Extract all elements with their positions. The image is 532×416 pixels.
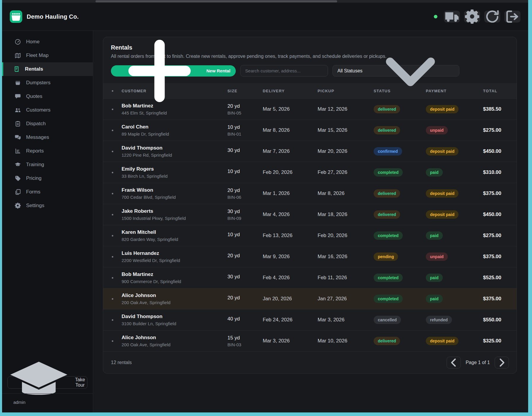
bin-id — [227, 302, 263, 303]
sidebar-item-label: Quotes — [26, 93, 42, 99]
refresh-icon — [484, 9, 500, 25]
table-row[interactable]: David Thompson 3100 Builder Ln, Springfi… — [103, 309, 517, 330]
next-page-button[interactable] — [495, 357, 509, 369]
new-rental-button[interactable]: New Rental — [111, 65, 236, 77]
total-amount: $275.00 — [483, 127, 517, 133]
table-row[interactable]: Emily Rogers 33 Birch Ln, Springfield 10… — [103, 162, 517, 183]
sidebar-item-messages[interactable]: Messages — [2, 131, 93, 144]
table-row[interactable]: Alice Johnson 200 Oak Ave, Springfield 1… — [103, 330, 517, 351]
refresh-button[interactable] — [484, 11, 500, 23]
table-row[interactable]: Karen Mitchell 820 Garden Way, Springfie… — [103, 225, 517, 246]
customer-address: 200 Oak Ave, Springfield — [122, 342, 227, 347]
map-icon — [15, 52, 21, 59]
tag-icon — [15, 175, 21, 182]
sidebar-nav: Home Fleet Map Rentals Dumpsters Quotes … — [2, 35, 93, 212]
status-indicator-dot — [434, 15, 437, 18]
row-dot-icon — [112, 151, 113, 152]
sidebar-item-label: Fleet Map — [26, 53, 49, 58]
logout-button[interactable] — [504, 11, 520, 23]
delivery-date: Mar 1, 2026 — [263, 190, 318, 196]
pickup-date: Feb 11, 2026 — [318, 275, 374, 281]
payment-badge: deposit paid — [426, 147, 458, 155]
customer-name: Alice Johnson — [122, 293, 227, 298]
bin-id — [227, 260, 263, 261]
pickup-date: Jan 27, 2026 — [318, 296, 374, 302]
payment-badge: deposit paid — [426, 105, 458, 113]
total-amount: $385.50 — [483, 106, 517, 112]
delivery-date: Feb 4, 2026 — [263, 275, 318, 281]
total-amount: $525.00 — [483, 275, 517, 281]
delivery-date: Mar 9, 2026 — [263, 254, 318, 260]
row-dot-icon — [112, 319, 113, 321]
rentals-card: Rentals All rental orders from start to … — [103, 37, 517, 374]
delivery-date: Feb 13, 2026 — [263, 233, 318, 239]
table-row[interactable]: Luis Hernandez 2200 Westfield Dr, Spring… — [103, 246, 517, 267]
table-row[interactable]: Jake Roberts 1500 Industrial Pkwy, Sprin… — [103, 204, 517, 225]
delivery-date: Jan 20, 2026 — [263, 296, 318, 302]
column-header: CUSTOMER — [122, 89, 227, 93]
status-badge: delivered — [374, 105, 400, 113]
table-row[interactable]: Carol Chen 89 Maple Dr, Springfield 10 y… — [103, 120, 517, 141]
total-amount: $275.00 — [483, 233, 517, 239]
size-value: 15 yd — [227, 335, 263, 341]
search-input[interactable] — [240, 65, 328, 77]
fleet-button[interactable] — [444, 11, 460, 23]
sidebar-item-dispatch[interactable]: Dispatch — [2, 117, 93, 131]
size-value: 10 yd — [227, 124, 263, 130]
sidebar-item-rentals[interactable]: Rentals — [2, 62, 93, 76]
bin-id: BIN-05 — [227, 110, 263, 115]
pickup-date: Mar 18, 2026 — [318, 212, 374, 217]
customer-address: 820 Garden Way, Springfield — [122, 237, 227, 242]
page-indicator: Page 1 of 1 — [466, 360, 490, 365]
payment-badge: paid — [426, 295, 443, 303]
customer-name: Jake Roberts — [122, 208, 227, 214]
sidebar-item-training[interactable]: Training — [2, 158, 93, 172]
customer-name: Alice Johnson — [122, 335, 227, 341]
status-filter-select[interactable]: All Statuses — [332, 65, 459, 77]
take-tour-button[interactable]: Take Tour — [7, 376, 87, 389]
delivery-date: Mar 7, 2026 — [263, 148, 318, 154]
table-row[interactable]: Bob Martinez 900 Commerce Dr, Springfiel… — [103, 267, 517, 288]
size-value: 30 yd — [227, 274, 263, 280]
bin-id — [227, 176, 263, 176]
dumpster-icon — [15, 80, 21, 86]
payment-badge: deposit paid — [426, 210, 458, 219]
status-badge: completed — [374, 231, 403, 240]
payment-badge: unpaid — [426, 126, 448, 134]
row-dot-icon — [112, 130, 113, 131]
bin-id — [227, 239, 263, 239]
sidebar-item-fleet-map[interactable]: Fleet Map — [2, 49, 93, 62]
status-badge: delivered — [374, 189, 400, 198]
top-scrollbar[interactable] — [2, 0, 528, 3]
bin-id: BIN-09 — [227, 216, 263, 221]
total-amount: $310.00 — [483, 169, 517, 175]
customer-address: 900 Commerce Dr, Springfield — [122, 279, 227, 284]
pickup-date: Mar 10, 2026 — [318, 338, 374, 344]
sidebar-item-reports[interactable]: Reports — [2, 144, 93, 158]
sidebar-item-settings[interactable]: Settings — [2, 199, 93, 212]
settings-button[interactable] — [464, 11, 480, 23]
sidebar-item-forms[interactable]: Forms — [2, 185, 93, 199]
truck-icon — [444, 9, 460, 25]
sidebar-item-dumpsters[interactable]: Dumpsters — [2, 76, 93, 90]
sidebar-item-pricing[interactable]: Pricing — [2, 172, 93, 185]
delivery-date: Mar 8, 2026 — [263, 127, 318, 133]
bin-id: BIN-03 — [227, 342, 263, 347]
sidebar-item-home[interactable]: Home — [2, 35, 93, 49]
messages-icon — [15, 134, 21, 141]
table-row[interactable]: David Thompson 1220 Pine Rd, Springfield… — [103, 141, 517, 162]
status-badge: delivered — [374, 337, 400, 345]
sidebar-item-customers[interactable]: Customers — [2, 103, 93, 117]
table-row[interactable]: Frank Wilson 700 Cedar Blvd, Springfield… — [103, 183, 517, 204]
pickup-date: Feb 27, 2026 — [318, 169, 374, 175]
chevron-down-icon — [366, 37, 455, 115]
header-dot-cell — [103, 90, 122, 92]
scrollbar-thumb[interactable] — [95, 0, 337, 2]
main-content: Rentals All rental orders from start to … — [93, 31, 528, 412]
row-dot-icon — [112, 172, 113, 173]
row-dot-icon — [112, 109, 113, 110]
prev-page-button[interactable] — [447, 357, 461, 369]
chevron-right-icon — [495, 356, 509, 369]
table-row[interactable]: Alice Johnson 200 Oak Ave, Springfield 2… — [103, 288, 517, 309]
sidebar-item-quotes[interactable]: Quotes — [2, 90, 93, 103]
